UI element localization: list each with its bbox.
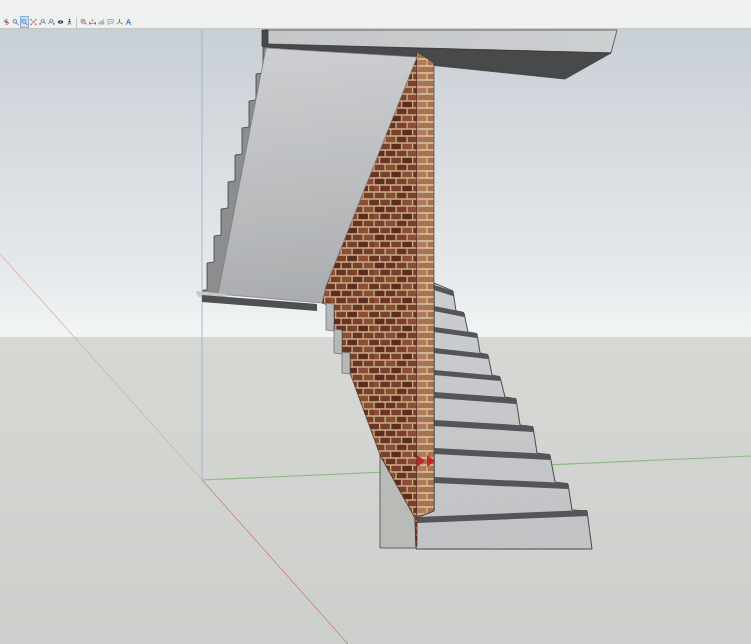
zoom-previous-icon	[39, 18, 46, 26]
toolbar-row	[2, 16, 133, 28]
3d-text-button[interactable]	[124, 16, 133, 28]
zoom-extents-icon	[30, 18, 37, 26]
brick-wall-side-face[interactable]	[417, 52, 434, 517]
app-window	[0, 0, 751, 644]
walk-button[interactable]	[65, 16, 74, 28]
toolbar	[0, 0, 751, 29]
orbit-icon	[3, 18, 10, 26]
protractor-icon	[98, 18, 105, 26]
orbit-button[interactable]	[2, 16, 11, 28]
zoom-next-button[interactable]	[47, 16, 56, 28]
protractor-button[interactable]	[97, 16, 106, 28]
axes-icon	[116, 18, 123, 26]
tape-measure-icon	[80, 18, 87, 26]
tape-measure-button[interactable]	[79, 16, 88, 28]
dimension-button[interactable]	[88, 16, 97, 28]
axes-button[interactable]	[115, 16, 124, 28]
look-around-button[interactable]	[56, 16, 65, 28]
zoom-window-button[interactable]	[20, 16, 29, 28]
model-viewport[interactable]	[0, 29, 751, 644]
toolbar-separator	[76, 17, 77, 28]
text-icon	[107, 18, 114, 26]
zoom-button[interactable]	[11, 16, 20, 28]
text-button[interactable]	[106, 16, 115, 28]
dimension-icon	[89, 18, 96, 26]
walk-icon	[66, 18, 73, 26]
zoom-extents-button[interactable]	[29, 16, 38, 28]
zoom-window-icon	[21, 18, 28, 26]
zoom-icon	[12, 18, 19, 26]
3d-text-icon	[125, 18, 132, 26]
zoom-previous-button[interactable]	[38, 16, 47, 28]
zoom-next-icon	[48, 18, 55, 26]
look-around-icon	[57, 18, 64, 26]
